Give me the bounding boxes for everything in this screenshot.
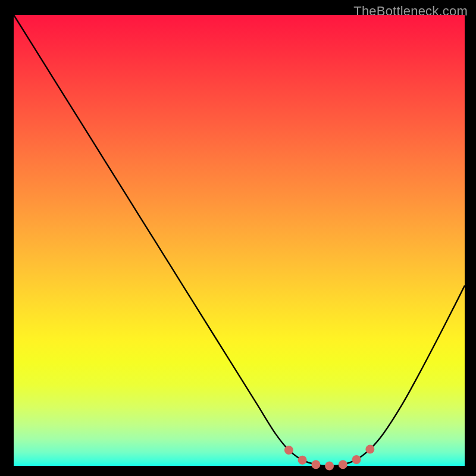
optimal-marker — [339, 460, 347, 469]
optimal-marker — [284, 446, 293, 455]
optimal-marker — [298, 456, 307, 465]
optimal-marker — [352, 455, 361, 464]
chart-curve-layer — [14, 15, 465, 466]
optimal-marker — [311, 460, 320, 469]
optimal-marker — [325, 462, 334, 471]
optimal-marker — [365, 444, 374, 453]
bottleneck-curve — [14, 15, 465, 466]
